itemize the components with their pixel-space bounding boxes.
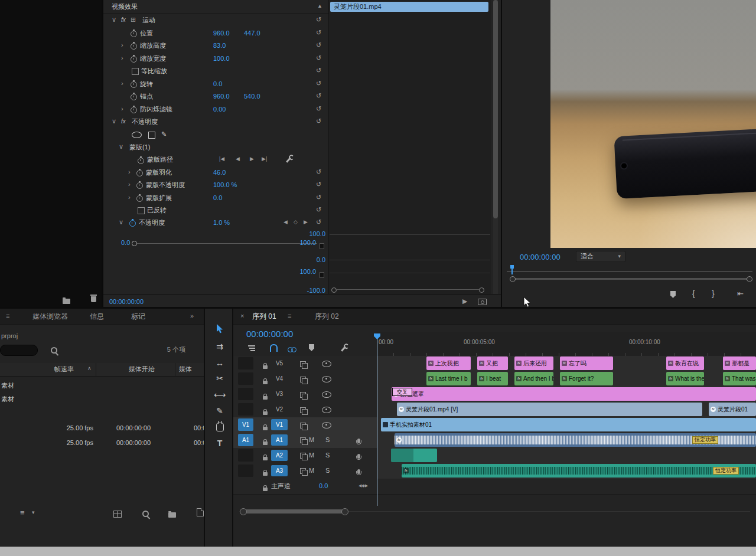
- zoom-track[interactable]: [335, 289, 479, 290]
- program-zoom-handle-right[interactable]: [747, 276, 752, 282]
- add-marker-icon[interactable]: [670, 291, 676, 298]
- clip-v5-3[interactable]: fx后来还用: [514, 357, 553, 370]
- add-marker-icon[interactable]: [309, 344, 314, 351]
- clip-header-bar[interactable]: 灵笼片段01.mp4: [330, 2, 488, 12]
- scrollbar-track[interactable]: [493, 0, 498, 294]
- value[interactable]: 0.0: [213, 194, 222, 202]
- voiceover-mic-icon[interactable]: [357, 439, 360, 443]
- source-patch-empty[interactable]: [238, 403, 253, 416]
- sync-lock-icon[interactable]: [300, 377, 306, 382]
- value[interactable]: 46.0: [213, 169, 226, 176]
- clip-v2-right[interactable]: fx灵笼片段01: [709, 403, 756, 416]
- stopwatch-icon[interactable]: [136, 195, 143, 202]
- toggle-track-output-icon[interactable]: [322, 376, 331, 382]
- fit-dropdown[interactable]: 适合 ▾: [576, 251, 625, 262]
- clip-v4-4[interactable]: fxForget it?: [560, 372, 613, 385]
- value-y[interactable]: 447.0: [244, 30, 260, 37]
- track-label[interactable]: V1: [271, 419, 288, 430]
- mute-button[interactable]: M: [309, 467, 314, 475]
- timeline-settings-icon[interactable]: [341, 346, 346, 352]
- sync-lock-icon[interactable]: [300, 361, 306, 367]
- tab-sequence-01[interactable]: 序列 01: [252, 312, 276, 320]
- solo-button[interactable]: S: [325, 436, 330, 444]
- stopwatch-icon[interactable]: [131, 56, 137, 63]
- sync-lock-icon[interactable]: [300, 453, 306, 459]
- program-timecode[interactable]: 00:00:00:00: [520, 253, 561, 262]
- pen-mask-icon[interactable]: ✎: [161, 130, 167, 138]
- stopwatch-icon[interactable]: [131, 94, 137, 100]
- mark-out-icon[interactable]: }: [712, 289, 715, 299]
- tab-overflow-icon[interactable]: »: [190, 312, 194, 320]
- transition-cross-dissolve[interactable]: 交叉: [392, 388, 412, 396]
- value[interactable]: 0.00: [213, 106, 226, 113]
- effect-label[interactable]: 运动: [142, 17, 155, 24]
- value-x[interactable]: 960.0: [213, 30, 230, 37]
- close-icon[interactable]: ×: [240, 312, 244, 320]
- goto-in-icon[interactable]: ⇤: [737, 289, 744, 299]
- stopwatch-icon[interactable]: [136, 170, 143, 176]
- expand-icon[interactable]: ›: [121, 80, 123, 87]
- sync-lock-icon[interactable]: [300, 468, 306, 474]
- audio-effect-badge[interactable]: 恒定功率: [692, 436, 718, 444]
- list-item[interactable]: 素材: [1, 382, 14, 390]
- stopwatch-icon[interactable]: [131, 107, 137, 113]
- expand-icon[interactable]: ›: [121, 105, 123, 113]
- expand-icon[interactable]: ›: [121, 54, 123, 62]
- list-view-icon[interactable]: ≡: [20, 508, 25, 518]
- track-label[interactable]: V3: [271, 388, 288, 400]
- clip-v4-6[interactable]: fxThat was: [723, 372, 756, 385]
- collapse-icon[interactable]: ∨: [119, 143, 123, 151]
- lock-icon[interactable]: [263, 488, 268, 491]
- program-scrubber-track[interactable]: [507, 271, 752, 272]
- export-frame-icon[interactable]: [478, 299, 487, 305]
- reset-icon[interactable]: ↺: [316, 92, 321, 100]
- project-name[interactable]: prproj: [1, 332, 18, 340]
- column-divider[interactable]: [175, 363, 175, 376]
- stopwatch-icon[interactable]: [131, 81, 137, 88]
- slip-tool[interactable]: ⟷: [211, 390, 229, 400]
- mute-button[interactable]: M: [309, 452, 314, 459]
- lane-master[interactable]: [377, 479, 756, 495]
- lock-icon[interactable]: [263, 396, 268, 400]
- panel-menu-icon[interactable]: ≡: [288, 312, 291, 320]
- razor-tool[interactable]: ✂: [211, 374, 229, 384]
- lock-icon[interactable]: [263, 427, 268, 430]
- master-level-value[interactable]: 0.0: [319, 482, 328, 490]
- track-label[interactable]: V5: [271, 358, 288, 369]
- clip-v5-6[interactable]: fx那都是: [723, 357, 756, 370]
- track-label[interactable]: A2: [271, 450, 288, 461]
- track-label[interactable]: V4: [271, 373, 288, 384]
- reset-icon[interactable]: ↺: [316, 194, 321, 201]
- clip-a3-audio[interactable]: fx: [402, 464, 756, 477]
- reset-icon[interactable]: ↺: [316, 168, 321, 176]
- pen-tool[interactable]: ✎: [211, 406, 229, 416]
- search-input[interactable]: [0, 345, 38, 356]
- playhead-line[interactable]: [377, 336, 377, 506]
- column-divider[interactable]: [96, 363, 96, 376]
- reset-icon[interactable]: ↺: [316, 80, 321, 87]
- lock-icon[interactable]: [263, 381, 268, 384]
- insert-sequence-icon[interactable]: [248, 345, 255, 351]
- step-fwd-icon[interactable]: ▶|: [262, 156, 267, 162]
- stopwatch-icon[interactable]: [138, 158, 144, 164]
- step-back-icon[interactable]: |◀: [219, 156, 224, 162]
- search-icon[interactable]: [51, 347, 57, 354]
- wrench-icon[interactable]: [286, 157, 291, 163]
- value[interactable]: 83.0: [213, 42, 226, 50]
- toggle-track-output-icon[interactable]: [322, 391, 331, 398]
- inverted-checkbox[interactable]: [138, 207, 145, 214]
- clip-v4-3[interactable]: fxAnd then I b: [514, 372, 553, 385]
- clip-v4-5[interactable]: fxWhat is the i: [666, 372, 704, 385]
- track-select-tool[interactable]: ⇉: [211, 342, 229, 352]
- lock-icon[interactable]: [263, 441, 268, 445]
- solo-button[interactable]: S: [325, 452, 330, 459]
- mask-group-label[interactable]: 蒙版(1): [129, 143, 150, 151]
- master-track-label[interactable]: 主声道: [271, 482, 291, 490]
- opacity-slider-knob[interactable]: [132, 241, 137, 246]
- tab-markers[interactable]: 标记: [131, 312, 145, 320]
- clip-v5-2[interactable]: fx又把: [477, 357, 508, 370]
- value-y[interactable]: 540.0: [244, 93, 260, 100]
- find-icon[interactable]: [142, 511, 149, 517]
- snap-icon[interactable]: [270, 344, 278, 352]
- track-label[interactable]: V2: [271, 404, 288, 415]
